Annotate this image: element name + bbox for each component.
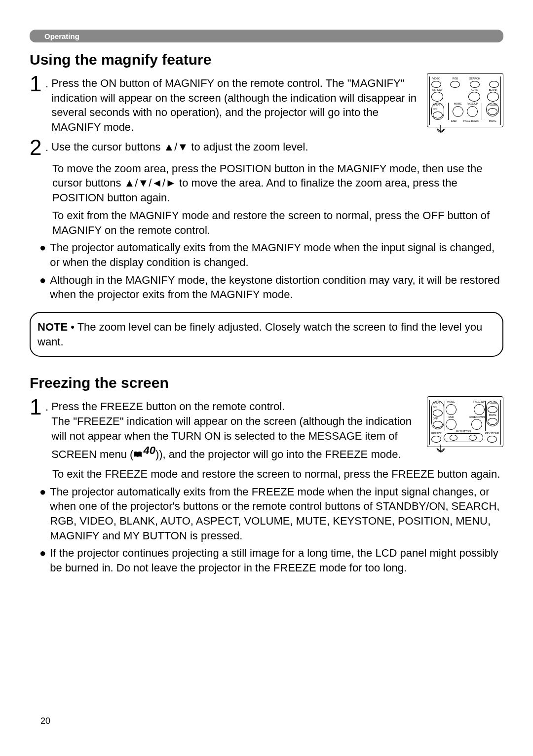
magnify-group-2: MAGNIFY ON OFF (431, 401, 444, 429)
magnify-step2c-text: To exit from the MAGNIFY mode and restor… (52, 208, 503, 237)
bullet-icon: ● (39, 273, 46, 302)
book-icon (133, 447, 142, 454)
freeze-button (431, 436, 441, 443)
magnify-bullet-1: ● The projector automatically exits from… (39, 240, 503, 269)
aspect-button (431, 92, 443, 102)
section-header-label: Operating (44, 32, 79, 40)
magnify-bullet-2: ● Although in the MAGNIFY mode, the keys… (39, 273, 503, 302)
pageup-button (467, 106, 478, 117)
note-box: NOTE • The zoom level can be finely adju… (30, 312, 503, 357)
blank-small (489, 81, 499, 88)
search-button (470, 81, 480, 88)
page-number: 20 (40, 716, 50, 726)
freeze-title: Freezing the screen (30, 375, 503, 391)
magnify-step2a-text: Use the cursor buttons ▲/▼ to adjust the… (51, 137, 503, 154)
bullet-icon: ● (39, 546, 46, 575)
magnify-on-button (433, 112, 443, 118)
video-button (431, 81, 441, 88)
freeze-bullet-1: ● The projector automatically exits from… (39, 485, 503, 543)
page-reference: 40 (133, 443, 155, 458)
step-number: 2 (30, 137, 44, 158)
remote-diagram-freeze: MAGNIFY ON OFF HOME PAGE UP (427, 396, 503, 447)
step-number: 1 (30, 73, 44, 95)
freeze-step1-text: Press the FREEZE button on the remote co… (51, 396, 417, 462)
freeze-step1c-text: To exit the FREEZE mode and restore the … (52, 467, 503, 482)
freeze-bullet-2: ● If the projector continues projecting … (39, 546, 503, 575)
bullet-icon: ● (39, 485, 46, 543)
step-number: 1 (30, 396, 44, 418)
bullet-icon: ● (39, 240, 46, 269)
remote-diagram-magnify: VIDEO RGB SEARCH ASPECT AUTO BLANK MAGNI… (427, 73, 503, 127)
section-header-bar: Operating (30, 30, 503, 42)
magnify-step1-text: Press the ON button of MAGNIFY on the re… (51, 73, 417, 135)
magnify-step2b-text: To move the zoom area, press the POSITIO… (52, 161, 503, 205)
auto-button (468, 92, 480, 102)
home-button (453, 106, 463, 117)
freeze-step-1: 1 . Press the FREEZE button on the remot… (30, 396, 417, 462)
volume-group: VOLUME (486, 103, 499, 116)
blank-button (487, 92, 499, 102)
rgb-button (450, 81, 460, 88)
magnify-step-1: 1 . Press the ON button of MAGNIFY on th… (30, 73, 417, 135)
magnify-title: Using the magnify feature (30, 51, 503, 68)
callout-arrow-icon (435, 445, 446, 455)
volume-group-2: VOLUME MUTE (486, 401, 499, 426)
magnify-step-2: 2 . Use the cursor buttons ▲/▼ to adjust… (30, 137, 503, 158)
volume-button (488, 108, 497, 115)
callout-arrow-icon (435, 125, 446, 136)
magnify-group: MAGNIFY ON (431, 103, 444, 120)
note-text: • The zoom level can be finely adjusted.… (38, 321, 482, 348)
note-label: NOTE (38, 321, 68, 333)
